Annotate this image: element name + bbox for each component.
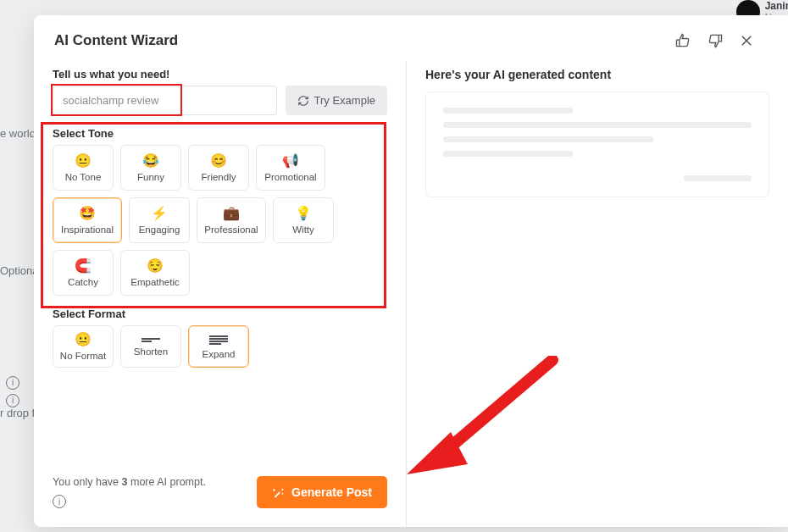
try-example-label: Try Example xyxy=(314,94,375,107)
tone-no-tone[interactable]: 😐No Tone xyxy=(53,145,114,191)
chip-label: Professional xyxy=(204,224,258,235)
ai-content-wizard-modal: AI Content Wizard Tell us what you need!… xyxy=(34,15,788,527)
expand-icon xyxy=(209,335,228,346)
chip-label: Empathetic xyxy=(130,277,180,287)
credits-remaining: You only have 3 more AI prompt. xyxy=(53,476,206,488)
tone-promotional[interactable]: 📢Promotional xyxy=(256,145,325,191)
thumbs-down-button[interactable] xyxy=(705,30,725,51)
tone-inspirational[interactable]: 🤩Inspirational xyxy=(53,197,122,243)
emoji-icon: 💡 xyxy=(295,206,312,221)
thumbs-up-button[interactable] xyxy=(673,30,693,51)
modal-title: AI Content Wizard xyxy=(54,32,178,49)
tone-friendly[interactable]: 😊Friendly xyxy=(188,145,249,191)
info-icon: i xyxy=(6,374,18,385)
chip-label: Shorten xyxy=(134,346,168,357)
emoji-icon: 😌 xyxy=(147,258,164,274)
chip-label: No Format xyxy=(60,351,106,361)
try-example-button[interactable]: Try Example xyxy=(286,86,387,115)
bg-text: r drop fi xyxy=(0,407,37,419)
chip-label: Witty xyxy=(292,224,314,235)
tone-catchy[interactable]: 🧲Catchy xyxy=(53,250,114,296)
chip-label: Friendly xyxy=(202,172,236,182)
chip-label: Engaging xyxy=(139,224,180,235)
tone-label: Select Tone xyxy=(53,127,387,140)
emoji-icon: 😂 xyxy=(142,153,159,169)
tone-professional[interactable]: 💼Professional xyxy=(197,197,266,243)
emoji-icon: 📢 xyxy=(282,153,299,169)
emoji-icon: ⚡ xyxy=(151,206,168,221)
info-icon[interactable]: i xyxy=(53,495,66,508)
emoji-icon: 😊 xyxy=(210,153,227,169)
chip-label: Inspirational xyxy=(61,224,114,235)
close-button[interactable] xyxy=(737,31,756,50)
tone-witty[interactable]: 💡Witty xyxy=(273,197,334,243)
prompt-input[interactable] xyxy=(53,86,277,115)
format-expand[interactable]: Expand xyxy=(188,325,249,368)
tone-empathetic[interactable]: 😌Empathetic xyxy=(120,250,190,296)
format-shorten[interactable]: Shorten xyxy=(120,325,181,368)
generated-content-placeholder xyxy=(425,91,769,197)
bg-text: Optiona xyxy=(0,264,39,277)
emoji-icon: 😐 xyxy=(75,332,92,347)
generate-post-label: Generate Post xyxy=(291,485,372,499)
prompt-label: Tell us what you need! xyxy=(53,68,387,80)
magic-wand-icon xyxy=(272,486,285,499)
emoji-icon: 💼 xyxy=(223,206,240,221)
emoji-icon: 🧲 xyxy=(75,258,92,274)
bg-text: e world xyxy=(0,127,36,140)
shorten-icon xyxy=(142,337,160,343)
chip-label: Expand xyxy=(202,349,235,359)
tone-engaging[interactable]: ⚡Engaging xyxy=(129,197,190,243)
refresh-icon xyxy=(297,95,309,107)
emoji-icon: 😐 xyxy=(75,153,92,169)
chip-label: Promotional xyxy=(264,172,316,182)
user-name: Janin xyxy=(765,0,788,12)
format-no-format[interactable]: 😐No Format xyxy=(53,325,114,368)
format-label: Select Format xyxy=(53,308,387,320)
chip-label: Catchy xyxy=(68,277,98,287)
generate-post-button[interactable]: Generate Post xyxy=(257,476,387,508)
chip-label: No Tone xyxy=(65,172,102,182)
chip-label: Funny xyxy=(137,172,164,182)
generated-content-title: Here's your AI generated content xyxy=(425,68,769,81)
info-icon: i xyxy=(6,391,18,403)
tone-funny[interactable]: 😂Funny xyxy=(120,145,181,191)
emoji-icon: 🤩 xyxy=(79,206,96,221)
